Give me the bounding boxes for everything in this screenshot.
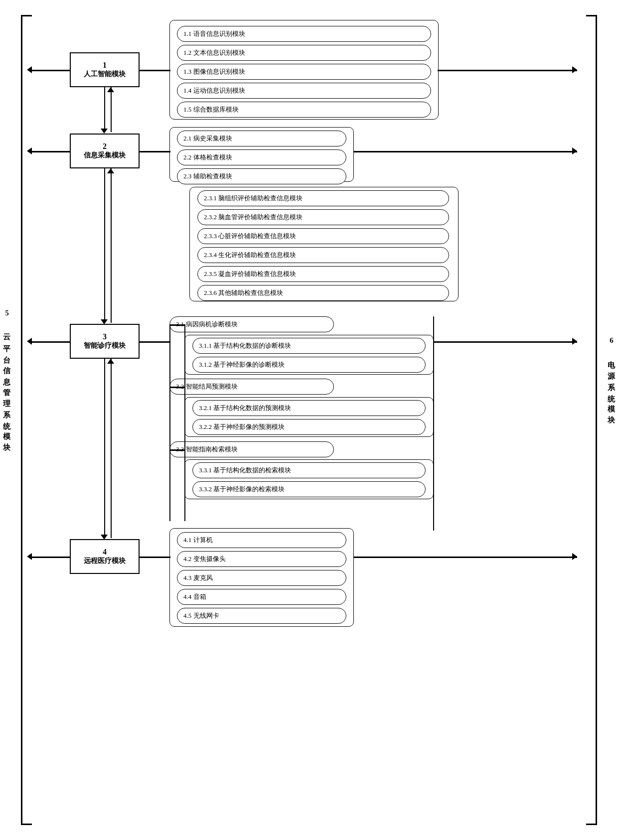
line-left-mod3 — [32, 341, 70, 343]
item-1-3: 1.3 图像信息识别模块 — [177, 64, 431, 80]
arrow-4-3 — [111, 359, 112, 538]
vert-right-mod3 — [433, 316, 434, 531]
arrowhead-2-1-up — [107, 87, 114, 92]
left-bar-bottom — [21, 824, 32, 825]
item-3-2-1: 3.2.1 基于结构化数据的预测模块 — [192, 400, 426, 416]
h-mod3-3-2 — [169, 387, 185, 388]
h-3-3-right — [433, 480, 434, 481]
module-3: 3 智能诊疗模块 — [70, 324, 140, 359]
item-3-1-2: 3.1.2 基于神经影像的诊断模块 — [192, 357, 426, 373]
line-mod2-group — [140, 151, 170, 152]
arrowhead-3-2-up — [107, 168, 114, 173]
item-2-2: 2.2 体格检查模块 — [177, 149, 346, 165]
item-1-5: 1.5 综合数据库模块 — [177, 102, 431, 118]
arrow-left-mod3 — [27, 338, 32, 345]
module-3-name: 智能诊疗模块 — [84, 341, 126, 350]
right-bar-bottom — [586, 824, 597, 825]
item-4-4: 4.4 音箱 — [177, 589, 346, 605]
item-2-3-2: 2.3.2 脑血管评价辅助检查信息模块 — [197, 209, 449, 225]
item-4-3: 4.3 麦克风 — [177, 570, 346, 586]
line-group-right-mod1 — [438, 70, 577, 71]
arrow-right-mod3 — [572, 338, 577, 345]
line-left-mod1 — [32, 70, 70, 71]
item-2-3-5: 2.3.5 凝血评价辅助检查信息模块 — [197, 266, 449, 282]
line-group-right-mod2 — [354, 151, 577, 152]
vert-3-2-sub — [184, 387, 185, 459]
item-2-3-1: 2.3.1 脑组织评价辅助检查信息模块 — [197, 190, 449, 206]
right-label: 6 电 源 系 统 模 块 — [607, 249, 616, 498]
architecture-diagram: 5 云 平 台 信 息 管 理 系 统 模 块 6 电 源 系 统 模 块 1 … — [0, 0, 618, 840]
module-2: 2 信息采集模块 — [70, 134, 140, 168]
arrowhead-4-3-up — [107, 359, 114, 364]
item-2-3-4: 2.3.4 生化评价辅助检查信息模块 — [197, 247, 449, 263]
vert-3-3 — [184, 449, 185, 521]
item-4-1: 4.1 计算机 — [177, 532, 346, 548]
arrow-2-1 — [111, 87, 112, 132]
module-3-number: 3 — [103, 332, 107, 341]
item-1-2: 1.2 文本信息识别模块 — [177, 45, 431, 61]
line-group-right-mod3 — [433, 341, 577, 343]
vert-mod3-to-groups — [169, 324, 170, 521]
h-3-2-right — [433, 417, 434, 419]
line-left-mod2 — [32, 151, 70, 152]
line-mod4-group — [140, 557, 170, 558]
item-2-3-6: 2.3.6 其他辅助检查信息模块 — [197, 285, 449, 301]
arrow-right-mod2 — [572, 147, 577, 154]
right-bar-top — [586, 15, 597, 16]
left-label: 5 云 平 台 信 息 管 理 系 统 模 块 — [2, 100, 11, 648]
module-2-number: 2 — [103, 142, 107, 151]
item-4-5: 4.5 无线网卡 — [177, 608, 346, 624]
arrow-2-3 — [104, 168, 105, 323]
arrowhead-1-2-down — [101, 129, 108, 134]
line-mod3-subs — [140, 341, 170, 343]
module-1: 1 人工智能模块 — [70, 52, 140, 87]
item-3-3-label: 3.3 智能指南检索模块 — [169, 441, 334, 457]
module-4-number: 4 — [103, 548, 107, 557]
module-1-name: 人工智能模块 — [84, 70, 126, 79]
h-3-1-right — [433, 355, 434, 356]
item-3-1-label: 3.1 病因病机诊断模块 — [169, 316, 334, 332]
item-2-3: 2.3 辅助检查模块 — [177, 168, 346, 184]
arrow-right-mod4 — [572, 553, 577, 560]
item-3-3-2: 3.3.2 基于神经影像的检索模块 — [192, 481, 426, 497]
arrow-left-mod1 — [27, 66, 32, 73]
h-mod3-3-3 — [169, 449, 185, 451]
arrow-right-mod1 — [572, 66, 577, 73]
module-4: 4 远程医疗模块 — [70, 539, 140, 574]
module-4-name: 远程医疗模块 — [84, 557, 126, 565]
item-2-3-3: 2.3.3 心脏评价辅助检查信息模块 — [197, 228, 449, 244]
item-1-1: 1.1 语音信息识别模块 — [177, 26, 431, 42]
item-2-1: 2.1 病史采集模块 — [177, 131, 346, 146]
left-bar — [21, 15, 22, 825]
item-3-1-1: 3.1.1 基于结构化数据的诊断模块 — [192, 338, 426, 354]
right-bar — [596, 15, 597, 825]
item-4-2: 4.2 变焦摄像头 — [177, 551, 346, 567]
item-1-4: 1.4 运动信息识别模块 — [177, 83, 431, 99]
module-1-number: 1 — [103, 61, 107, 70]
item-3-2-2: 3.2.2 基于神经影像的预测模块 — [192, 419, 426, 435]
line-left-mod4 — [32, 557, 70, 558]
h-mod3-3-1 — [169, 324, 185, 326]
line-mod1-group — [140, 70, 170, 71]
item-3-2-label: 3.2 智能结局预测模块 — [169, 379, 334, 395]
item-3-3-1: 3.3.1 基于结构化数据的检索模块 — [192, 462, 426, 478]
module-2-name: 信息采集模块 — [84, 151, 126, 160]
arrow-left-mod4 — [27, 553, 32, 560]
line-group-right-mod4 — [354, 557, 577, 558]
arrow-1-2 — [104, 87, 105, 132]
arrow-3-4 — [104, 359, 105, 538]
arrow-3-2 — [111, 168, 112, 323]
arrow-left-mod2 — [27, 147, 32, 154]
left-bar-top — [21, 15, 32, 16]
